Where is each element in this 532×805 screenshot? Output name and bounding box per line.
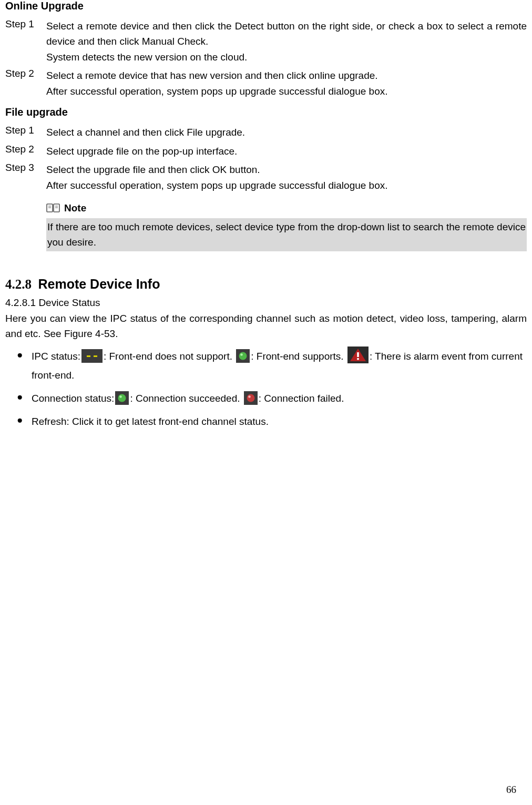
step-row: Step 1 Select a remote device and then c… <box>5 18 527 65</box>
note-label: Note <box>64 202 86 214</box>
step-text: After successful operation, system pops … <box>46 84 527 99</box>
bullet-body: IPC status:: Front-end does not support.… <box>32 347 527 385</box>
step-body: Select the upgrade file and then click O… <box>46 162 527 193</box>
conn-status-prefix: Connection status: <box>32 393 114 404</box>
step-text: After successful operation, system pops … <box>46 178 527 193</box>
step-row: Step 1 Select a channel and then click F… <box>5 125 527 140</box>
bullet-list: ● IPC status:: Front-end does not suppor… <box>17 347 527 431</box>
svg-rect-6 <box>81 349 103 363</box>
step-row: Step 2 Select a remote device that has n… <box>5 68 527 99</box>
step-row: Step 3 Select the upgrade file and then … <box>5 162 527 193</box>
intro-paragraph: Here you can view the IPC status of the … <box>5 311 527 342</box>
step-text: Select a channel and then click File upg… <box>46 125 527 140</box>
step-text: Select a remote device that has new vers… <box>46 68 527 83</box>
svg-point-10 <box>239 352 247 360</box>
step-label: Step 2 <box>5 144 46 159</box>
heading-online-upgrade: Online Upgrade <box>5 0 527 12</box>
list-item: ● IPC status:: Front-end does not suppor… <box>17 347 527 385</box>
page-number: 66 <box>506 784 516 796</box>
alert-triangle-icon <box>347 347 369 363</box>
svg-rect-14 <box>357 352 359 357</box>
status-unsupported-icon <box>81 349 103 363</box>
section-title: Remote Device Info <box>38 277 160 291</box>
step-label: Step 2 <box>5 68 46 99</box>
ipc-status-prefix: IPC status: <box>32 351 80 362</box>
step-body: Select a remote device that has new vers… <box>46 68 527 99</box>
step-label: Step 1 <box>5 125 46 140</box>
step-row: Step 2 Select upgrade file on the pop-up… <box>5 144 527 159</box>
section-number: 4.2.8 <box>5 277 32 291</box>
book-open-icon <box>46 202 60 214</box>
note-box: If there are too much remote devices, se… <box>46 218 527 251</box>
svg-point-21 <box>248 395 251 398</box>
section-heading: 4.2.8 Remote Device Info <box>5 277 527 292</box>
ipc-supports-text: : Front-end supports. <box>251 351 346 362</box>
svg-point-18 <box>120 395 122 398</box>
bullet-marker: ● <box>17 412 32 428</box>
bullet-body: Refresh: Click it to get latest front-en… <box>32 412 527 431</box>
step-label: Step 3 <box>5 162 46 193</box>
svg-rect-15 <box>357 358 359 360</box>
svg-point-11 <box>240 353 243 356</box>
bullet-marker: ● <box>17 347 32 363</box>
bullet-marker: ● <box>17 389 32 405</box>
step-body: Select a remote device and then click th… <box>46 18 527 65</box>
svg-point-17 <box>118 394 126 402</box>
svg-rect-8 <box>94 355 97 357</box>
conn-fail-text: : Connection failed. <box>259 393 344 404</box>
step-text: Select a remote device and then click th… <box>46 18 527 49</box>
step-body: Select upgrade file on the pop-up interf… <box>46 144 527 159</box>
svg-point-20 <box>247 394 254 402</box>
bullet-body: Connection status:: Connection succeeded… <box>32 389 527 408</box>
svg-rect-7 <box>87 355 90 357</box>
step-text: Select the upgrade file and then click O… <box>46 162 527 177</box>
status-red-dot-icon <box>244 391 258 405</box>
step-text: System detects the new version on the cl… <box>46 49 527 65</box>
heading-file-upgrade: File upgrade <box>5 106 527 118</box>
step-body: Select a channel and then click File upg… <box>46 125 527 140</box>
status-green-dot-icon <box>115 391 129 405</box>
conn-ok-text: : Connection succeeded. <box>130 393 242 404</box>
status-green-dot-icon <box>236 349 250 363</box>
refresh-text: Refresh: Click it to get latest front-en… <box>32 416 269 427</box>
ipc-unsupported-text: : Front-end does not support. <box>104 351 235 362</box>
step-label: Step 1 <box>5 18 46 65</box>
note-header: Note <box>46 202 527 214</box>
subsection-heading: 4.2.8.1 Device Status <box>5 297 527 309</box>
list-item: ● Refresh: Click it to get latest front-… <box>17 412 527 431</box>
step-text: Select upgrade file on the pop-up interf… <box>46 144 527 159</box>
list-item: ● Connection status:: Connection succeed… <box>17 389 527 408</box>
